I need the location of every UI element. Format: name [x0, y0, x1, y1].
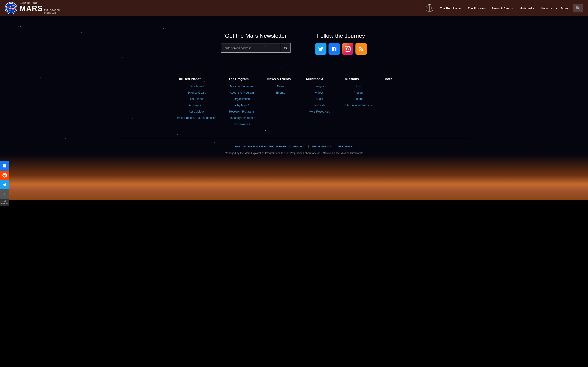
footer-col-title-more: More [384, 77, 411, 81]
footer-col-multimedia: Multimedia Images Videos Audio Podcasts … [306, 77, 333, 126]
submit-email-button[interactable]: ✉ [280, 43, 290, 52]
site-header: NASA NASA Science MARS EXPLORATION PROGR… [0, 0, 588, 16]
side-reddit-button[interactable] [0, 171, 9, 180]
image-policy-link[interactable]: IMAGE POLICY [312, 145, 331, 148]
logo-text-area: NASA Science MARS EXPLORATION PROGRAM [20, 2, 60, 15]
facebook-icon [331, 46, 337, 52]
social-icons-row [315, 43, 367, 55]
nav-news-events[interactable]: News & Events [490, 5, 515, 12]
instagram-link[interactable] [342, 43, 354, 55]
svg-text:NASA: NASA [9, 7, 13, 9]
side-twitter-button[interactable] [0, 180, 9, 189]
follow-title: Follow the Journey [317, 33, 365, 39]
search-icon: 🔍 [576, 6, 580, 10]
footer-link-mission-statement[interactable]: Mission Statement [228, 84, 255, 89]
rss-link[interactable] [355, 43, 367, 55]
email-input-row: ✉ [221, 43, 291, 53]
footer-link-astrobiology[interactable]: Astrobiology [177, 109, 216, 114]
twitter-link[interactable] [315, 43, 327, 55]
footer-link-the-planet[interactable]: The Planet [177, 97, 216, 101]
side-facebook-icon [3, 164, 7, 168]
footer-link-past[interactable]: Past [345, 84, 372, 89]
side-share-count: 14 shares [0, 199, 9, 206]
footer-col-title-missions: Missions [345, 77, 372, 81]
footer-link-events[interactable]: Events [267, 91, 294, 95]
bottom-footer-credit: Managed by the Mars Exploration Program … [4, 151, 584, 155]
svg-point-5 [11, 4, 11, 5]
footer-link-videos[interactable]: Videos [306, 91, 333, 95]
email-submit-icon: ✉ [284, 46, 287, 50]
newsletter-section: Get the Mars Newsletter ✉ [221, 33, 291, 53]
nasa-science-label: NASA Science [20, 2, 60, 4]
bottom-footer: NASA SCIENCE MISSION DIRECTORATE | PRIVA… [0, 139, 588, 159]
footer-link-images[interactable]: Images [306, 84, 333, 89]
nav-the-red-planet[interactable]: The Red Planet [437, 5, 463, 12]
rss-icon [358, 46, 364, 52]
newsletter-follow-row: Get the Mars Newsletter ✉ Follow the Jou… [0, 25, 588, 67]
privacy-link[interactable]: PRIVACY [293, 145, 305, 148]
nasa-logo[interactable]: NASA [5, 2, 17, 14]
search-button[interactable]: 🔍 [573, 4, 583, 12]
nav-missions-container: Missions ▾ [538, 5, 557, 12]
separator-2: | [308, 145, 309, 148]
instagram-icon [345, 46, 351, 52]
side-facebook-button[interactable] [0, 161, 9, 171]
separator-1: | [289, 145, 290, 148]
footer-link-past-present-future[interactable]: Past, Present, Future, Timeline [177, 116, 216, 120]
nasa-science-mission-link[interactable]: NASA SCIENCE MISSION DIRECTORATE [235, 145, 286, 148]
footer-link-audio[interactable]: Audio [306, 97, 333, 101]
side-share-panel: + 14 shares [0, 161, 9, 206]
footer-link-about-program[interactable]: About the Program [228, 91, 255, 95]
feedback-link[interactable]: FEEDBACK [338, 145, 353, 148]
side-reddit-icon [2, 173, 7, 178]
footer-link-atmosphere[interactable]: Atmosphere [177, 103, 216, 108]
svg-point-6 [14, 6, 15, 7]
share-count-number: 14 [1, 200, 9, 202]
side-twitter-icon [3, 183, 7, 187]
mars-word: MARS [20, 4, 43, 13]
footer-link-podcasts[interactable]: Podcasts [306, 103, 333, 108]
exploration-program-label: EXPLORATION PROGRAM [44, 9, 60, 15]
newsletter-title: Get the Mars Newsletter [225, 33, 287, 39]
footer-col-news-events: News & Events News Events [267, 77, 294, 126]
bottom-footer-links: NASA SCIENCE MISSION DIRECTORATE | PRIVA… [4, 145, 584, 148]
nav-the-program[interactable]: The Program [465, 5, 488, 12]
footer-col-title-the-program: The Program [228, 77, 255, 81]
twitter-icon [318, 46, 324, 52]
svg-point-3 [8, 6, 8, 7]
email-input[interactable] [221, 44, 280, 52]
footer-link-dashboard[interactable]: Dashboard [177, 84, 216, 89]
globe-icon [425, 4, 434, 13]
logo-area: NASA NASA Science MARS EXPLORATION PROGR… [5, 2, 60, 15]
footer-link-more-resources[interactable]: More Resources [306, 109, 333, 114]
footer-link-news[interactable]: News [267, 84, 294, 89]
content-wrapper: Get the Mars Newsletter ✉ Follow the Jou… [0, 16, 588, 167]
footer-col-title-the-red-planet: The Red Planet [177, 77, 216, 81]
footer-col-more: More [384, 77, 411, 126]
main-content: Get the Mars Newsletter ✉ Follow the Jou… [0, 16, 588, 200]
facebook-link[interactable] [329, 43, 340, 55]
footer-col-title-news-events: News & Events [267, 77, 294, 81]
footer-link-international-partners[interactable]: International Partners [345, 103, 372, 108]
nav-multimedia[interactable]: Multimedia [517, 5, 537, 12]
footer-link-present[interactable]: Present [345, 91, 372, 95]
footer-link-planetary-resources[interactable]: Planetary Resources [228, 116, 255, 120]
footer-col-the-red-planet: The Red Planet Dashboard Science Goals T… [177, 77, 216, 126]
side-share-more-button[interactable]: + [0, 189, 9, 199]
footer-nav: The Red Planet Dashboard Science Goals T… [0, 67, 588, 134]
side-share-more-icon: + [4, 192, 6, 196]
svg-point-4 [9, 5, 9, 6]
footer-link-organization[interactable]: Organization [228, 97, 255, 101]
footer-link-technologies[interactable]: Technologies [228, 122, 255, 126]
main-nav: The Red Planet The Program News & Events… [425, 4, 583, 13]
nav-more-button[interactable]: More [559, 5, 571, 12]
footer-link-why-mars[interactable]: Why Mars? [228, 103, 255, 108]
footer-col-missions: Missions Past Present Future Internation… [345, 77, 372, 126]
footer-link-research-programs[interactable]: Research Programs [228, 109, 255, 114]
nasa-logo-svg: NASA [6, 3, 16, 13]
footer-link-science-goals[interactable]: Science Goals [177, 91, 216, 95]
footer-link-future[interactable]: Future [345, 97, 372, 101]
footer-col-the-program: The Program Mission Statement About the … [228, 77, 255, 126]
mars-title: MARS EXPLORATION PROGRAM [20, 4, 60, 15]
nav-missions[interactable]: Missions [538, 5, 555, 12]
